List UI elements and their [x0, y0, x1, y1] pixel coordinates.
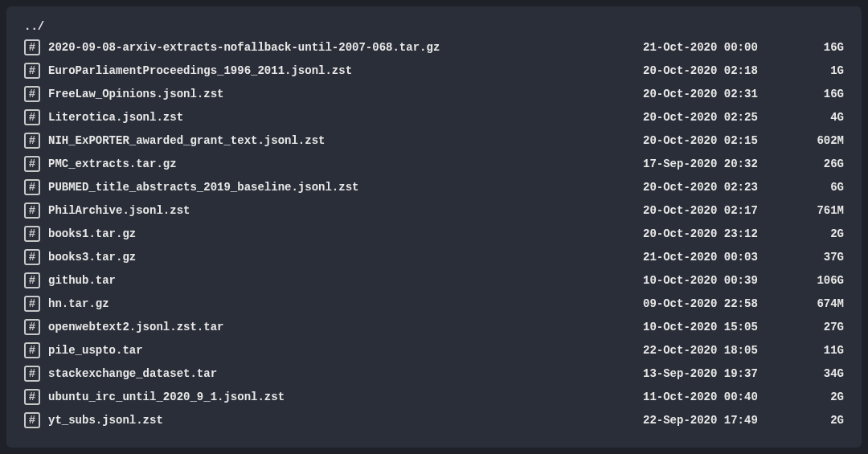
- file-row: #2020-09-08-arxiv-extracts-nofallback-un…: [24, 35, 844, 59]
- file-name-link[interactable]: books3.tar.gz: [48, 251, 643, 264]
- hash-icon: #: [29, 182, 35, 193]
- file-type-icon: #: [24, 226, 40, 242]
- file-date: 20-Oct-2020 02:23: [643, 181, 796, 194]
- file-row: #Literotica.jsonl.zst20-Oct-2020 02:254G: [24, 105, 844, 129]
- hash-icon: #: [29, 112, 35, 123]
- file-type-icon: #: [24, 342, 40, 358]
- hash-icon: #: [29, 298, 35, 309]
- file-type-icon: #: [24, 109, 40, 125]
- file-type-icon: #: [24, 86, 40, 102]
- file-size: 27G: [796, 321, 844, 333]
- file-name-link[interactable]: ubuntu_irc_until_2020_9_1.jsonl.zst: [48, 391, 643, 403]
- file-type-icon: #: [24, 412, 40, 428]
- directory-listing-panel: ../ #2020-09-08-arxiv-extracts-nofallbac…: [6, 6, 862, 448]
- file-row: #yt_subs.jsonl.zst22-Sep-2020 17:492G: [24, 408, 844, 432]
- file-size: 2G: [796, 391, 844, 403]
- file-name-link[interactable]: EuroParliamentProceedings_1996_2011.json…: [48, 64, 643, 77]
- file-size: 4G: [796, 111, 844, 124]
- hash-icon: #: [29, 205, 35, 216]
- file-name-link[interactable]: PUBMED_title_abstracts_2019_baseline.jso…: [48, 181, 643, 194]
- file-size: 6G: [796, 181, 844, 194]
- file-size: 106G: [796, 274, 844, 287]
- file-name-link[interactable]: Literotica.jsonl.zst: [48, 111, 643, 124]
- hash-icon: #: [29, 345, 35, 356]
- file-date: 09-Oct-2020 22:58: [643, 297, 796, 310]
- file-type-icon: #: [24, 296, 40, 312]
- file-row: #stackexchange_dataset.tar13-Sep-2020 19…: [24, 362, 844, 385]
- file-name-link[interactable]: stackexchange_dataset.tar: [48, 367, 643, 380]
- file-date: 21-Oct-2020 00:03: [643, 251, 796, 264]
- file-type-icon: #: [24, 319, 40, 335]
- file-row: #ubuntu_irc_until_2020_9_1.jsonl.zst11-O…: [24, 385, 844, 408]
- hash-icon: #: [29, 368, 35, 379]
- file-row: #PUBMED_title_abstracts_2019_baseline.js…: [24, 175, 844, 198]
- file-size: 34G: [796, 367, 844, 380]
- file-type-icon: #: [24, 249, 40, 265]
- file-name-link[interactable]: yt_subs.jsonl.zst: [48, 414, 643, 427]
- hash-icon: #: [29, 42, 35, 53]
- hash-icon: #: [29, 391, 35, 403]
- file-date: 20-Oct-2020 23:12: [643, 227, 796, 240]
- file-row: #github.tar10-Oct-2020 00:39106G: [24, 268, 844, 292]
- file-size: 1G: [796, 64, 844, 77]
- file-type-icon: #: [24, 179, 40, 195]
- file-date: 20-Oct-2020 02:15: [643, 134, 796, 147]
- file-row: #books3.tar.gz21-Oct-2020 00:0337G: [24, 245, 844, 268]
- file-name-link[interactable]: PhilArchive.jsonl.zst: [48, 204, 643, 217]
- file-size: 11G: [796, 344, 844, 357]
- hash-icon: #: [29, 158, 35, 170]
- file-name-link[interactable]: hn.tar.gz: [48, 297, 643, 310]
- file-name-link[interactable]: books1.tar.gz: [48, 227, 643, 240]
- file-row: #pile_uspto.tar22-Oct-2020 18:0511G: [24, 338, 844, 362]
- file-name-link[interactable]: PMC_extracts.tar.gz: [48, 157, 643, 170]
- file-row: #EuroParliamentProceedings_1996_2011.jso…: [24, 59, 844, 82]
- file-size: 2G: [796, 227, 844, 240]
- file-name-link[interactable]: openwebtext2.jsonl.zst.tar: [48, 321, 643, 333]
- file-type-icon: #: [24, 366, 40, 382]
- file-row: #hn.tar.gz09-Oct-2020 22:58674M: [24, 292, 844, 315]
- hash-icon: #: [29, 88, 35, 100]
- file-date: 20-Oct-2020 02:18: [643, 64, 796, 77]
- file-size: 37G: [796, 251, 844, 264]
- file-date: 22-Oct-2020 18:05: [643, 344, 796, 357]
- file-row: #FreeLaw_Opinions.jsonl.zst20-Oct-2020 0…: [24, 82, 844, 105]
- file-date: 11-Oct-2020 00:40: [643, 391, 796, 403]
- parent-directory-link[interactable]: ../: [24, 18, 844, 35]
- file-name-link[interactable]: 2020-09-08-arxiv-extracts-nofallback-unt…: [48, 41, 643, 54]
- file-date: 20-Oct-2020 02:17: [643, 204, 796, 217]
- file-name-link[interactable]: pile_uspto.tar: [48, 344, 643, 357]
- file-size: 761M: [796, 204, 844, 217]
- hash-icon: #: [29, 252, 35, 263]
- file-size: 16G: [796, 88, 844, 100]
- file-row: #books1.tar.gz20-Oct-2020 23:122G: [24, 222, 844, 245]
- file-type-icon: #: [24, 389, 40, 405]
- file-row: #NIH_ExPORTER_awarded_grant_text.jsonl.z…: [24, 129, 844, 152]
- file-type-icon: #: [24, 272, 40, 288]
- file-date: 17-Sep-2020 20:32: [643, 157, 796, 170]
- file-date: 10-Oct-2020 15:05: [643, 321, 796, 333]
- hash-icon: #: [29, 65, 35, 76]
- file-row: #PMC_extracts.tar.gz17-Sep-2020 20:3226G: [24, 152, 844, 175]
- file-type-icon: #: [24, 133, 40, 149]
- file-size: 16G: [796, 41, 844, 54]
- file-date: 13-Sep-2020 19:37: [643, 367, 796, 380]
- file-date: 20-Oct-2020 02:25: [643, 111, 796, 124]
- file-date: 22-Sep-2020 17:49: [643, 414, 796, 427]
- file-row: #openwebtext2.jsonl.zst.tar10-Oct-2020 1…: [24, 315, 844, 338]
- file-size: 602M: [796, 134, 844, 147]
- file-size: 674M: [796, 297, 844, 310]
- hash-icon: #: [29, 135, 35, 146]
- file-size: 2G: [796, 414, 844, 427]
- file-row: #PhilArchive.jsonl.zst20-Oct-2020 02:177…: [24, 198, 844, 222]
- hash-icon: #: [29, 275, 35, 286]
- hash-icon: #: [29, 415, 35, 426]
- file-name-link[interactable]: github.tar: [48, 274, 643, 287]
- file-date: 21-Oct-2020 00:00: [643, 41, 796, 54]
- file-name-link[interactable]: FreeLaw_Opinions.jsonl.zst: [48, 88, 643, 100]
- hash-icon: #: [29, 321, 35, 333]
- file-type-icon: #: [24, 156, 40, 172]
- hash-icon: #: [29, 228, 35, 239]
- file-name-link[interactable]: NIH_ExPORTER_awarded_grant_text.jsonl.zs…: [48, 134, 643, 147]
- file-date: 10-Oct-2020 00:39: [643, 274, 796, 287]
- file-date: 20-Oct-2020 02:31: [643, 88, 796, 100]
